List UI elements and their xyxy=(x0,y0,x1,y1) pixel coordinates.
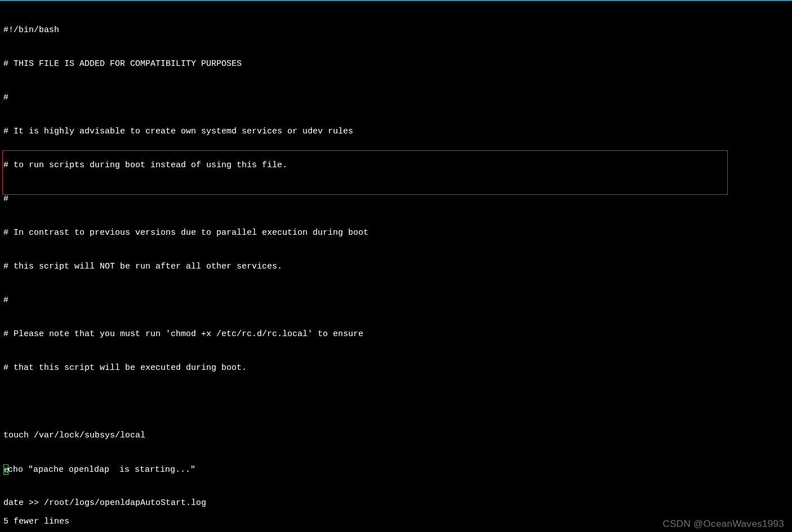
vim-status-line: 5 fewer lines xyxy=(0,516,792,530)
file-line: # Please note that you must run 'chmod +… xyxy=(0,329,792,340)
file-line: # this script will NOT be run after all … xyxy=(0,261,792,272)
file-line: # xyxy=(0,92,792,104)
file-line: # xyxy=(0,194,792,205)
file-line: touch /var/lock/subsys/local xyxy=(0,430,792,441)
file-line: # xyxy=(0,295,792,306)
file-line: # THIS FILE IS ADDED FOR COMPATIBILITY P… xyxy=(0,59,792,70)
file-line: # to run scripts during boot instead of … xyxy=(0,160,792,171)
file-line: # It is highly advisable to create own s… xyxy=(0,126,792,137)
annotation-highlight-box xyxy=(2,150,728,195)
vim-editor-buffer[interactable]: #!/bin/bash # THIS FILE IS ADDED FOR COM… xyxy=(0,2,792,518)
file-line: # In contrast to previous versions due t… xyxy=(0,227,792,239)
file-line-cursor: echo "apache openldap is starting..." xyxy=(0,464,792,475)
file-line-rest: cho "apache openldap is starting..." xyxy=(8,465,195,475)
file-line xyxy=(0,396,792,408)
file-line: # that this script will be executed duri… xyxy=(0,363,792,374)
file-line: #!/bin/bash xyxy=(0,25,792,36)
file-line: date >> /root/logs/openldapAutoStart.log xyxy=(0,498,792,509)
window-top-border xyxy=(0,0,792,1)
cursor-block: e xyxy=(3,464,8,475)
